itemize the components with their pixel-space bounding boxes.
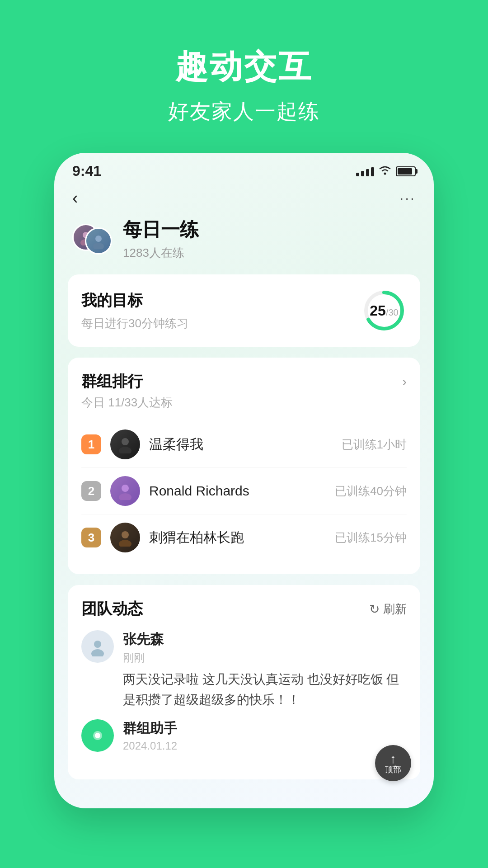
- svg-point-3: [95, 236, 102, 242]
- rank-duration-3: 已训练15分钟: [335, 530, 407, 546]
- refresh-icon: ↻: [369, 602, 380, 617]
- rank-duration-1: 已训练1小时: [342, 437, 407, 453]
- rank-name-3: 刺猬在柏林长跑: [149, 528, 335, 547]
- group-avatars: [72, 224, 112, 255]
- page-title: 趣动交互: [0, 45, 488, 89]
- feed-user-2: 群组助手: [123, 719, 177, 738]
- svg-point-10: [119, 493, 131, 500]
- feed-time-1: 刚刚: [123, 651, 407, 665]
- rank-badge-1: 1: [81, 434, 101, 454]
- nav-bar: ‹ ···: [54, 184, 434, 217]
- svg-point-0: [384, 172, 386, 175]
- feed-card: 团队动态 ↻ 刷新 张先森 刚刚 两天没记录: [68, 585, 420, 779]
- rank-avatar-2: [110, 476, 140, 506]
- status-time: 9:41: [72, 163, 101, 179]
- goal-text-area: 我的目标 每日进行30分钟练习: [81, 290, 188, 331]
- svg-point-9: [122, 485, 129, 492]
- progress-total: /30: [386, 307, 399, 317]
- ranking-item-3[interactable]: 3 刺猬在柏林长跑 已训练15分钟: [81, 514, 407, 561]
- feed-text-1: 两天没记录啦 这几天没认真运动 也没好好吃饭 但是积攒了超级超级多的快乐！！: [123, 670, 407, 710]
- svg-point-11: [122, 531, 129, 538]
- feed-avatar-2: [81, 719, 114, 752]
- ranking-item-1[interactable]: 1 温柔得我 已训练1小时: [81, 421, 407, 468]
- svg-point-12: [119, 540, 131, 547]
- ranking-subtitle: 今日 11/33人达标: [81, 395, 407, 410]
- ranking-item-2[interactable]: 2 Ronald Richards 已训练40分钟: [81, 468, 407, 514]
- signal-icon: [356, 166, 374, 176]
- svg-point-4: [93, 243, 104, 249]
- avatar-2: [85, 227, 112, 255]
- svg-point-8: [119, 447, 131, 453]
- feed-content-2: 群组助手 2024.01.12: [123, 719, 177, 757]
- svg-point-18: [95, 733, 100, 738]
- group-name: 每日一练: [123, 217, 199, 242]
- status-icons: [356, 165, 416, 178]
- group-header: 每日一练 1283人在练: [54, 217, 434, 274]
- battery-icon: [396, 166, 416, 176]
- feed-avatar-1: [81, 630, 114, 663]
- goal-title: 我的目标: [81, 290, 188, 311]
- page-header: 趣动交互 好友家人一起练: [0, 0, 488, 153]
- scroll-top-label: 顶部: [385, 765, 401, 774]
- feed-item-1: 张先森 刚刚 两天没记录啦 这几天没认真运动 也没好好吃饭 但是积攒了超级超级多…: [81, 630, 407, 710]
- more-button[interactable]: ···: [399, 190, 416, 207]
- rank-name-1: 温柔得我: [149, 435, 342, 454]
- page-subtitle: 好友家人一起练: [0, 98, 488, 126]
- status-bar: 9:41: [54, 153, 434, 184]
- rank-duration-2: 已训练40分钟: [335, 483, 407, 499]
- phone-frame: 9:41: [54, 153, 434, 808]
- feed-header: 团队动态 ↻ 刷新: [81, 599, 407, 619]
- refresh-label: 刷新: [383, 601, 407, 617]
- goal-progress: 25/30: [361, 288, 407, 333]
- feed-time-2: 2024.01.12: [123, 740, 177, 752]
- svg-point-14: [94, 641, 101, 648]
- progress-text: 25/30: [370, 302, 398, 319]
- refresh-button[interactable]: ↻ 刷新: [369, 601, 407, 617]
- goal-description: 每日进行30分钟练习: [81, 316, 188, 331]
- rank-avatar-3: [110, 523, 140, 552]
- feed-title: 团队动态: [81, 599, 143, 619]
- progress-current: 25: [370, 302, 386, 319]
- rank-avatar-1: [110, 429, 140, 459]
- ranking-header: 群组排行 ›: [81, 371, 407, 392]
- scroll-top-arrow-icon: ↑: [390, 753, 396, 765]
- rank-badge-2: 2: [81, 481, 101, 501]
- feed-item-2: 群组助手 2024.01.12: [81, 719, 407, 757]
- rank-name-2: Ronald Richards: [149, 483, 335, 499]
- back-button[interactable]: ‹: [72, 189, 78, 208]
- ranking-arrow-icon[interactable]: ›: [402, 374, 407, 389]
- feed-user-1: 张先森: [123, 630, 407, 649]
- scroll-top-button[interactable]: ↑ 顶部: [375, 745, 411, 781]
- group-info: 每日一练 1283人在练: [123, 217, 199, 261]
- wifi-icon: [379, 165, 391, 178]
- rank-badge-3: 3: [81, 528, 101, 547]
- goal-card: 我的目标 每日进行30分钟练习 25/30: [68, 274, 420, 347]
- feed-content-1: 张先森 刚刚 两天没记录啦 这几天没认真运动 也没好好吃饭 但是积攒了超级超级多…: [123, 630, 407, 710]
- svg-point-7: [122, 438, 129, 445]
- group-members: 1283人在练: [123, 245, 199, 261]
- ranking-title: 群组排行: [81, 371, 143, 392]
- ranking-card: 群组排行 › 今日 11/33人达标 1 温柔得我 已训练1小时 2: [68, 358, 420, 574]
